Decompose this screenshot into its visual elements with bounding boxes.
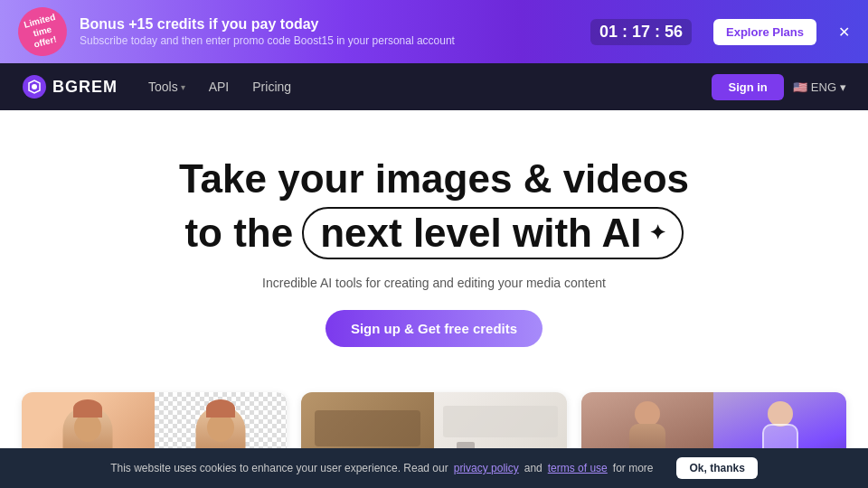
nav-right: Sign in 🇺🇸 ENG ▾ (712, 74, 846, 100)
nav-tools[interactable]: Tools ▾ (139, 74, 194, 99)
ai-icon: ✦ (649, 221, 665, 245)
hero-prefix: to the (184, 211, 293, 256)
banner-timer: 01 : 17 : 56 (590, 19, 692, 45)
promo-banner: Limited time offer! Bonus +15 credits if… (0, 0, 868, 63)
cookie-banner: This website uses cookies to enhance you… (0, 448, 868, 488)
cookie-text: This website uses cookies to enhance you… (110, 462, 448, 474)
explore-plans-button[interactable]: Explore Plans (713, 19, 816, 45)
hero-pill: next level with AI ✦ (302, 207, 683, 259)
signup-button[interactable]: Sign up & Get free credits (326, 310, 542, 347)
hero-pill-text: next level with AI (320, 211, 641, 256)
banner-text: Bonus +15 credits if you pay today Subsc… (80, 16, 578, 47)
nav-api[interactable]: API (200, 74, 239, 99)
privacy-policy-link[interactable]: privacy policy (454, 462, 519, 474)
hero-title-line2: to the next level with AI ✦ (18, 207, 850, 259)
hero-subtitle: Incredible AI tools for creating and edi… (244, 276, 624, 290)
logo[interactable]: BGREM (22, 74, 118, 99)
hero-title-line1: Take your images & videos (18, 155, 850, 203)
chevron-down-icon: ▾ (840, 80, 846, 94)
navbar: BGREM Tools ▾ API Pricing Sign in 🇺🇸 ENG… (0, 63, 868, 110)
sign-in-button[interactable]: Sign in (712, 74, 783, 100)
nav-links: Tools ▾ API Pricing (139, 74, 712, 99)
flag-icon: 🇺🇸 (793, 80, 807, 94)
nav-pricing[interactable]: Pricing (243, 74, 300, 99)
cookie-and: and (524, 462, 542, 474)
close-icon[interactable]: ✕ (838, 23, 850, 41)
language-selector[interactable]: 🇺🇸 ENG ▾ (793, 80, 846, 94)
banner-badge: Limited time offer! (13, 2, 72, 61)
hero-section: Take your images & videos to the next le… (0, 110, 868, 374)
logo-icon (22, 74, 47, 99)
banner-subtitle: Subscribe today and then enter promo cod… (80, 34, 578, 47)
cookie-for-more: for more (613, 462, 654, 474)
svg-point-1 (32, 84, 37, 89)
banner-title: Bonus +15 credits if you pay today (80, 16, 578, 33)
terms-of-use-link[interactable]: terms of use (548, 462, 608, 474)
logo-text: BGREM (52, 78, 118, 97)
cookie-ok-button[interactable]: Ok, thanks (676, 457, 757, 479)
chevron-down-icon: ▾ (181, 82, 185, 92)
